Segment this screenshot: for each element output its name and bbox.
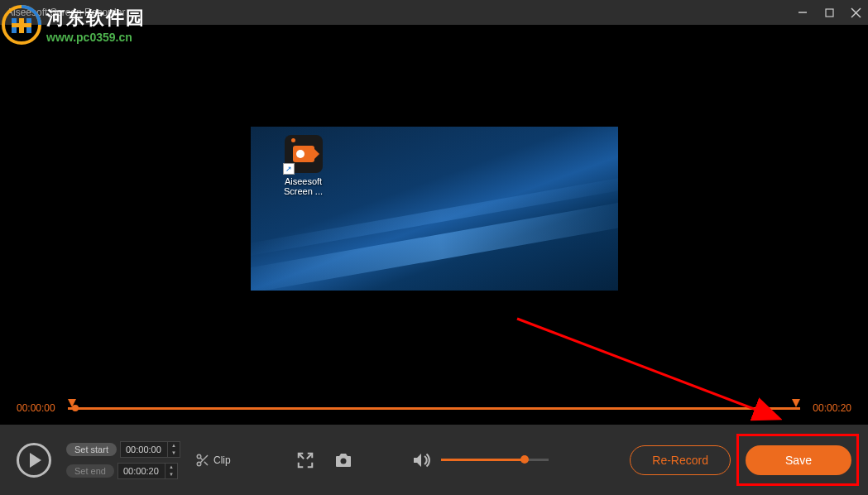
clip-label: Clip [213,454,231,466]
snapshot-button[interactable] [332,449,355,472]
fullscreen-button[interactable] [294,449,317,472]
volume-control [410,449,549,472]
maximize-button[interactable] [823,7,835,18]
svg-point-9 [197,454,201,459]
svg-rect-1 [826,9,833,17]
svg-line-13 [200,458,203,460]
volume-thumb[interactable] [520,455,529,464]
preview-video[interactable]: ↗ Aiseesoft Screen ... [251,127,618,291]
close-button[interactable] [850,7,861,18]
window-title: Aiseesoft Screen Recorder [7,7,797,18]
timeline: 00:00:00 00:00:20 [0,392,868,425]
end-time-value[interactable]: 00:00:20 [118,464,165,478]
volume-fill [441,459,522,461]
end-time-up[interactable]: ▲ [165,464,177,471]
desktop-shortcut-label: Aiseesoft Screen ... [276,176,332,196]
clip-time-editors: Set start 00:00:00 ▲ ▼ Set end 00:00:20 … [66,441,180,479]
trim-end-handle[interactable] [792,399,800,407]
minimize-button[interactable] [797,7,808,18]
clip-group: Clip [195,453,231,468]
scissors-icon [195,453,210,468]
controls-bar: Set start 00:00:00 ▲ ▼ Set end 00:00:20 … [0,425,868,495]
volume-slider[interactable] [441,459,549,461]
window-controls [797,7,861,18]
set-end-button[interactable]: Set end [66,464,114,478]
svg-point-14 [340,458,346,464]
end-time-down[interactable]: ▼ [165,471,177,478]
start-time-down[interactable]: ▼ [168,449,180,457]
svg-line-12 [204,461,208,464]
timeline-start-time: 00:00:00 [17,402,58,414]
re-record-button[interactable]: Re-Record [630,445,731,475]
titlebar: Aiseesoft Screen Recorder [0,0,868,25]
desktop-shortcut-icon: ↗ Aiseesoft Screen ... [276,135,332,196]
end-time-spinner[interactable]: 00:00:20 ▲ ▼ [117,463,178,479]
svg-point-10 [197,462,201,466]
start-time-spinner[interactable]: 00:00:00 ▲ ▼ [120,441,180,458]
timeline-end-time: 00:00:20 [810,402,851,414]
set-start-button[interactable]: Set start [66,443,117,456]
timeline-track[interactable] [68,407,800,410]
start-time-up[interactable]: ▲ [168,442,180,449]
start-time-value[interactable]: 00:00:00 [121,443,167,456]
playhead[interactable] [72,405,79,411]
save-button[interactable]: Save [746,445,851,475]
speaker-icon[interactable] [410,449,433,472]
play-button[interactable] [17,443,51,478]
preview-area: ↗ Aiseesoft Screen ... [0,25,868,392]
play-icon [30,453,41,468]
